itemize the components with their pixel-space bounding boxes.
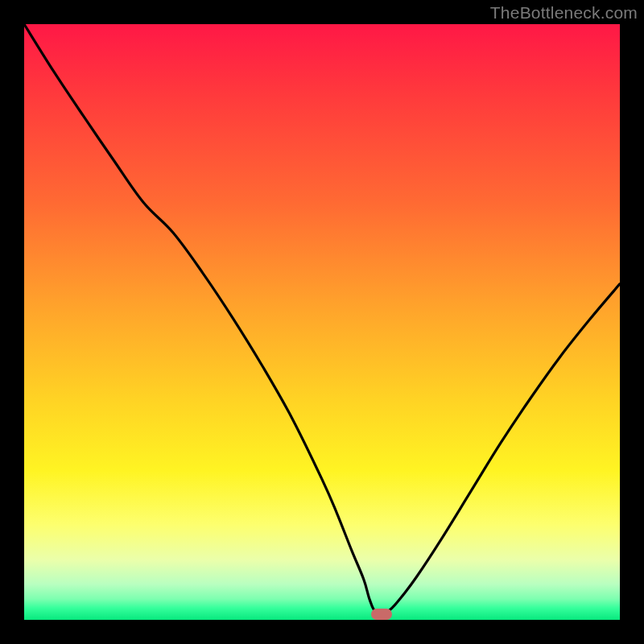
bottleneck-curve xyxy=(24,24,620,620)
watermark-text: TheBottleneck.com xyxy=(490,3,638,23)
optimum-marker xyxy=(371,609,392,620)
plot-area xyxy=(24,24,620,620)
chart-frame: TheBottleneck.com xyxy=(0,0,644,644)
